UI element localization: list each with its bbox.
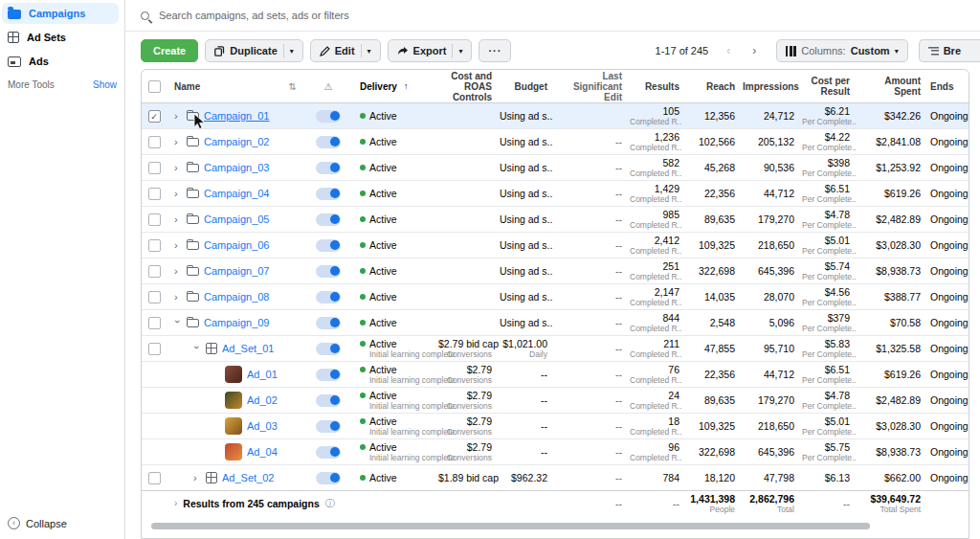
expander-icon[interactable]: › <box>174 265 182 277</box>
table-row[interactable]: › Ad_Set_02 Active $1.89 bid cap $962.32… <box>142 465 969 491</box>
expander-icon[interactable]: › <box>174 162 182 173</box>
row-checkbox[interactable] <box>148 472 161 484</box>
active-toggle[interactable] <box>316 265 341 278</box>
sort-icon[interactable]: ⇅ <box>289 81 297 92</box>
columns-button[interactable]: Columns: Custom ▾ <box>776 39 907 62</box>
chevron-right-icon[interactable]: › <box>174 498 177 508</box>
expander-icon[interactable]: › <box>174 239 182 251</box>
sidebar-item-campaigns[interactable]: Campaigns <box>2 3 119 24</box>
column-header-name[interactable]: Name ⇅ <box>167 81 301 92</box>
table-row[interactable]: Ad_04 Active Initial learning complete $… <box>142 439 969 465</box>
create-button[interactable]: Create <box>141 39 198 62</box>
row-checkbox[interactable] <box>148 213 161 226</box>
edit-button[interactable]: Edit ▾ <box>310 39 381 62</box>
active-toggle[interactable] <box>316 317 341 329</box>
row-name-link[interactable]: Ad_04 <box>247 446 278 458</box>
row-name-link[interactable]: Ad_Set_02 <box>222 472 274 483</box>
column-header-spent[interactable]: Amount Spent <box>854 76 924 97</box>
table-row[interactable]: › Campaign_07 Active Using ad s.. -- 251… <box>142 258 969 284</box>
column-header-results[interactable]: Results <box>626 81 683 92</box>
row-checkbox[interactable] <box>148 317 161 329</box>
row-checkbox[interactable] <box>148 188 161 200</box>
column-header-ends[interactable]: Ends <box>924 81 969 92</box>
active-toggle[interactable] <box>316 446 341 459</box>
row-name-link[interactable]: Campaign_05 <box>204 213 270 225</box>
row-name-link[interactable]: Campaign_07 <box>204 265 270 277</box>
table-row[interactable]: › Campaign_02 Active Using ad s.. -- 1,2… <box>142 129 969 155</box>
table-row[interactable]: › Campaign_05 Active Using ad s.. -- 985… <box>142 207 969 233</box>
breakdown-button[interactable]: Bre <box>919 39 980 62</box>
active-toggle[interactable] <box>316 136 341 148</box>
select-all-checkbox[interactable] <box>148 80 161 93</box>
row-name-link[interactable]: Campaign_01 <box>204 110 270 122</box>
next-page-button[interactable]: › <box>745 41 764 60</box>
row-checkbox[interactable]: ✓ <box>148 110 161 123</box>
duplicate-button[interactable]: Duplicate ▾ <box>205 39 303 62</box>
column-header-reach[interactable]: Reach <box>683 81 739 92</box>
row-name-link[interactable]: Ad_02 <box>247 394 278 406</box>
column-header-cpr[interactable]: Cost per Result <box>798 76 854 97</box>
export-button[interactable]: Export ▾ <box>388 39 473 62</box>
row-name-link[interactable]: Campaign_08 <box>204 291 270 303</box>
show-link[interactable]: Show <box>93 79 117 90</box>
search-input[interactable] <box>159 10 561 21</box>
table-row[interactable]: ✓ › Campaign_01 Active Using ad s.. 105 … <box>142 103 969 129</box>
active-toggle[interactable] <box>316 110 341 123</box>
table-row[interactable]: › Ad_Set_01 Active Initial learning comp… <box>142 336 969 362</box>
row-name-link[interactable]: Campaign_02 <box>204 136 270 147</box>
row-checkbox[interactable] <box>148 162 161 174</box>
row-name-link[interactable]: Campaign_06 <box>204 239 270 251</box>
table-row[interactable]: › Campaign_03 Active Using ad s.. -- 582… <box>142 155 969 181</box>
row-checkbox[interactable] <box>148 343 161 355</box>
info-icon[interactable]: ⓘ <box>325 497 335 510</box>
active-toggle[interactable] <box>316 239 341 252</box>
active-toggle[interactable] <box>316 162 341 174</box>
active-toggle[interactable] <box>316 369 341 381</box>
active-toggle[interactable] <box>316 291 341 303</box>
expander-icon[interactable]: › <box>174 291 182 303</box>
table-row[interactable]: Ad_03 Active Initial learning complete $… <box>142 414 969 439</box>
active-toggle[interactable] <box>316 188 341 200</box>
column-header-impressions[interactable]: Impressions <box>739 81 798 92</box>
active-toggle[interactable] <box>316 420 341 433</box>
expander-icon[interactable]: › <box>174 110 182 122</box>
table-row[interactable]: › Campaign_04 Active Using ad s.. -- 1,4… <box>142 181 969 207</box>
row-name-link[interactable]: Campaign_09 <box>204 317 270 328</box>
expander-icon[interactable]: › <box>191 346 203 353</box>
row-checkbox[interactable] <box>148 239 161 252</box>
sidebar-item-ads[interactable]: Ads <box>2 51 119 72</box>
expander-icon[interactable]: › <box>172 320 184 327</box>
expander-icon[interactable]: › <box>174 213 182 225</box>
expander-icon[interactable]: › <box>174 136 182 147</box>
active-toggle[interactable] <box>316 343 341 355</box>
column-header-delivery[interactable]: Delivery ↑ <box>356 81 434 92</box>
expander-icon[interactable]: › <box>174 188 182 199</box>
prev-page-button[interactable]: ‹ <box>719 41 738 60</box>
select-all-checkbox-cell[interactable] <box>142 80 167 93</box>
table-row[interactable]: Ad_01 Active Initial learning complete $… <box>142 362 969 388</box>
row-name-link[interactable]: Campaign_04 <box>204 188 270 199</box>
active-toggle[interactable] <box>316 394 341 407</box>
sidebar-item-ad-sets[interactable]: Ad Sets <box>2 27 119 48</box>
more-actions-button[interactable]: ··· <box>479 39 511 62</box>
column-header-cost-roas[interactable]: Cost and ROAS Controls <box>434 71 496 102</box>
expander-icon[interactable]: › <box>193 472 201 483</box>
horizontal-scrollbar[interactable] <box>151 523 959 529</box>
row-checkbox[interactable] <box>148 291 161 303</box>
row-name-link[interactable]: Ad_Set_01 <box>222 343 274 354</box>
row-name-link[interactable]: Ad_01 <box>247 369 278 380</box>
active-toggle[interactable] <box>316 213 341 226</box>
row-name-link[interactable]: Campaign_03 <box>204 162 270 173</box>
active-toggle[interactable] <box>316 472 341 484</box>
table-row[interactable]: › Campaign_08 Active Using ad s.. -- 2,1… <box>142 284 969 310</box>
scrollbar-thumb[interactable] <box>151 523 870 529</box>
row-name-link[interactable]: Ad_03 <box>247 420 278 432</box>
row-checkbox[interactable] <box>148 136 161 148</box>
table-row[interactable]: › Campaign_06 Active Using ad s.. -- 2,4… <box>142 233 969 258</box>
table-row[interactable]: Ad_02 Active Initial learning complete $… <box>142 388 969 414</box>
column-header-last-edit[interactable]: Last Significant Edit <box>551 71 626 102</box>
collapse-button[interactable]: ‹ Collapse <box>8 517 67 529</box>
table-row[interactable]: › Campaign_09 Active Using ad s.. -- 844… <box>142 310 969 336</box>
column-header-budget[interactable]: Budget <box>496 81 551 92</box>
row-checkbox[interactable] <box>148 265 161 278</box>
